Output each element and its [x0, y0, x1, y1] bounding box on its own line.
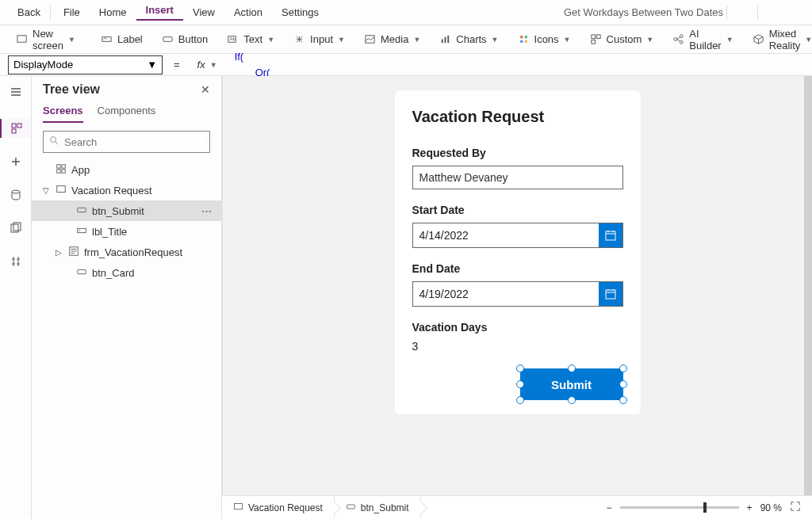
svg-rect-17 — [591, 40, 595, 44]
chevron-down-icon[interactable]: ▽ — [43, 186, 51, 195]
end-date-input[interactable]: 4/19/2022 — [412, 281, 623, 307]
zoom-slider[interactable] — [620, 506, 739, 509]
svg-rect-22 — [17, 124, 21, 128]
svg-point-11 — [519, 36, 523, 39]
formula-editor[interactable]: If( Or( — [224, 52, 270, 74]
start-date-input[interactable]: 4/14/2022 — [412, 223, 623, 248]
search-input[interactable] — [64, 136, 205, 148]
button-icon — [76, 266, 87, 280]
ribbon-toolbar: New screen ▼ Label Button Ab Text ▼ Inpu… — [0, 25, 812, 54]
chevron-down-icon: ▼ — [338, 36, 345, 44]
tree-item-label: frm_VacationRequest — [84, 246, 182, 258]
chevron-down-icon: ▼ — [68, 36, 75, 44]
menu-settings[interactable]: Settings — [272, 6, 328, 18]
back-button[interactable]: Back — [6, 6, 47, 18]
menu-insert[interactable]: Insert — [136, 4, 183, 21]
selection-handle[interactable] — [516, 396, 524, 404]
rail-media-icon[interactable] — [10, 222, 22, 238]
svg-rect-10 — [448, 36, 450, 43]
separator — [50, 6, 51, 20]
button-button[interactable]: Button — [154, 30, 216, 48]
left-rail — [0, 76, 32, 519]
fit-screen-icon[interactable] — [790, 501, 801, 514]
rail-insert-icon[interactable] — [10, 155, 22, 171]
menu-action[interactable]: Action — [224, 6, 272, 18]
end-date-value: 4/19/2022 — [413, 288, 599, 300]
breadcrumb-screen[interactable]: Vacation Request — [222, 496, 335, 519]
property-input[interactable] — [13, 59, 132, 71]
close-icon[interactable]: ✕ — [201, 83, 210, 96]
rail-tools-icon[interactable] — [10, 255, 22, 271]
tree-list: App ▽ Vacation Request btn_Submit ⋯ lbl_… — [32, 159, 221, 283]
menu-home[interactable]: Home — [90, 6, 136, 18]
calendar-icon[interactable] — [599, 282, 622, 306]
rail-tree-icon[interactable] — [0, 119, 31, 138]
screen-icon — [56, 184, 67, 197]
tree-item-btn-card[interactable]: btn_Card — [32, 262, 221, 283]
svg-rect-23 — [12, 129, 16, 133]
new-screen-button[interactable]: New screen ▼ — [8, 25, 83, 55]
tree-item-btn-submit[interactable]: btn_Submit ⋯ — [32, 200, 221, 221]
selection-handle[interactable] — [568, 364, 576, 372]
property-selector[interactable]: ▼ — [8, 55, 163, 74]
media-button[interactable]: Media ▼ — [356, 30, 428, 48]
tree-item-frm[interactable]: ▷ frm_VacationRequest — [32, 242, 221, 262]
selection-handle[interactable] — [619, 396, 627, 404]
separator — [726, 6, 727, 20]
vacation-days-label: Vacation Days — [412, 321, 623, 334]
tree-item-app[interactable]: App — [32, 159, 221, 180]
separator — [757, 6, 758, 20]
chevron-right-icon[interactable]: ▷ — [56, 248, 63, 257]
ai-builder-label: AI Builder — [689, 28, 721, 52]
selection-handle[interactable] — [516, 380, 524, 388]
svg-rect-30 — [57, 169, 60, 172]
selection-handle[interactable] — [619, 364, 627, 372]
app-title: Get Workdays Between Two Dates — [564, 6, 723, 18]
svg-rect-40 — [347, 505, 354, 509]
tree-title: Tree view — [43, 82, 100, 97]
svg-rect-31 — [62, 169, 65, 172]
rail-data-icon[interactable] — [10, 189, 22, 204]
ai-builder-button[interactable]: AI Builder ▼ — [665, 25, 741, 55]
menu-view[interactable]: View — [183, 6, 224, 18]
requested-by-input[interactable]: Matthew Devaney — [412, 166, 623, 189]
end-date-label: End Date — [412, 262, 623, 275]
custom-button[interactable]: Custom ▼ — [582, 30, 662, 48]
input-button[interactable]: Input ▼ — [285, 30, 353, 48]
rail-hamburger-icon[interactable] — [10, 86, 22, 101]
more-icon[interactable]: ⋯ — [201, 205, 212, 217]
button-label: Button — [178, 33, 209, 45]
zoom-in-button[interactable]: + — [747, 502, 753, 513]
tree-item-lbl-title[interactable]: lbl_Title — [32, 221, 221, 242]
tab-screens[interactable]: Screens — [43, 105, 83, 123]
zoom-thumb[interactable] — [703, 502, 707, 513]
text-button[interactable]: Ab Text ▼ — [219, 30, 282, 48]
tree-item-screen[interactable]: ▽ Vacation Request — [32, 180, 221, 200]
tab-components[interactable]: Components — [98, 105, 156, 123]
zoom-out-button[interactable]: − — [607, 502, 612, 513]
canvas[interactable]: Vacation Request Requested By Matthew De… — [222, 76, 812, 519]
icons-button[interactable]: Icons ▼ — [510, 30, 579, 48]
title-bar-actions — [743, 6, 806, 20]
submit-button[interactable]: Submit — [520, 368, 623, 400]
tree-search[interactable] — [43, 131, 210, 153]
svg-rect-15 — [591, 35, 595, 39]
charts-button[interactable]: Charts ▼ — [431, 30, 506, 48]
mixed-reality-button[interactable]: Mixed Reality ▼ — [745, 25, 812, 55]
fx-button[interactable]: fx ▼ — [191, 59, 224, 71]
selection-handle[interactable] — [516, 364, 524, 372]
chevron-down-icon: ▼ — [147, 59, 157, 71]
label-button[interactable]: Label — [93, 30, 151, 48]
calendar-icon[interactable] — [599, 223, 622, 247]
equals-sign: = — [163, 59, 191, 71]
breadcrumb-control[interactable]: btn_Submit — [335, 496, 421, 519]
label-icon — [101, 33, 113, 45]
label-icon — [76, 225, 87, 239]
svg-point-18 — [674, 38, 677, 41]
end-date-field: End Date 4/19/2022 — [412, 262, 623, 307]
menu-file[interactable]: File — [54, 6, 90, 18]
selection-handle[interactable] — [619, 380, 627, 388]
selection-handle[interactable] — [568, 396, 576, 404]
svg-rect-32 — [57, 185, 66, 192]
svg-rect-16 — [596, 35, 600, 39]
